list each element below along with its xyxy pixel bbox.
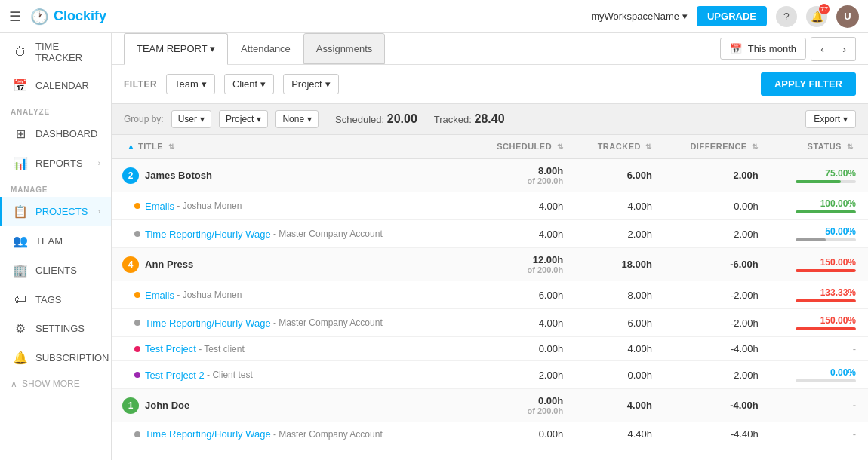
sidebar-item-tags[interactable]: 🏷 TAGS — [0, 285, 111, 314]
upgrade-button[interactable]: UPGRADE — [697, 6, 767, 26]
status-bar-fill — [796, 327, 856, 330]
project-name-cell: Emails - Joshua Monen — [112, 281, 466, 309]
export-button[interactable]: Export ▾ — [805, 110, 856, 128]
date-prev-button[interactable]: ‹ — [811, 37, 833, 61]
group-project-dropdown[interactable]: Project ▾ — [219, 110, 268, 128]
team-filter-dropdown[interactable]: Team ▾ — [166, 74, 215, 94]
tab-attendance[interactable]: Attendance — [228, 33, 303, 64]
group-none-dropdown[interactable]: None ▾ — [275, 110, 319, 128]
sidebar-item-reports[interactable]: 📊 REPORTS › — [0, 149, 111, 178]
project-link[interactable]: Test Project 2 — [145, 370, 205, 381]
status-bar — [796, 269, 856, 272]
scheduled-sub: of 200.0h — [474, 406, 563, 416]
sidebar-item-projects[interactable]: 📋 PROJECTS › — [0, 197, 111, 226]
date-selector[interactable]: 📅 This month — [720, 38, 806, 60]
difference-cell: -4.00h — [660, 337, 766, 361]
project-link[interactable]: Emails — [145, 290, 174, 301]
project-filter-dropdown[interactable]: Project ▾ — [283, 74, 338, 94]
tab-label: Attendance — [241, 43, 291, 54]
user-number: 2 — [122, 167, 139, 184]
scheduled-label: Scheduled: — [335, 114, 387, 125]
avatar[interactable]: U — [836, 5, 859, 28]
status-bar — [796, 379, 856, 382]
user-name: James Botosh — [145, 170, 212, 181]
project-link[interactable]: Time Reporting/Hourly Wage — [145, 317, 271, 329]
client-text: - Joshua Monen — [174, 290, 242, 300]
menu-icon[interactable]: ☰ — [9, 8, 21, 25]
tracked-label: Tracked: — [434, 114, 475, 125]
status-cell: - — [766, 337, 868, 361]
scheduled-cell: 12.00h of 200.0h — [466, 248, 571, 281]
main-content: TEAM REPORT ▾ Attendance Assignments 📅 T… — [112, 33, 868, 460]
difference-cell: -6.00h — [660, 248, 766, 281]
table-row: Test Project - Test client 0.00h 4.00h -… — [112, 337, 868, 361]
scheduled-sub: of 200.0h — [474, 176, 563, 186]
col-title[interactable]: ▲ TITLE ⇅ — [112, 135, 466, 158]
sidebar-item-time-tracker[interactable]: ⏱ TIME TRACKER — [0, 33, 111, 71]
sidebar-item-dashboard[interactable]: ⊞ DASHBOARD — [0, 119, 111, 149]
project-name-cell: Time Reporting/Hourly Wage - Master Comp… — [112, 309, 466, 337]
table-row: Time Reporting/Hourly Wage - Master Comp… — [112, 220, 868, 248]
table-row: Emails - Joshua Monen 4.00h 4.00h 0.00h … — [112, 192, 868, 220]
scheduled-main: 12.00h — [474, 254, 563, 265]
sidebar-item-calendar[interactable]: 📅 CALENDAR — [0, 71, 111, 100]
sidebar-item-label: REPORTS — [35, 158, 83, 169]
client-filter-arrow-icon: ▾ — [260, 78, 266, 90]
client-filter-dropdown[interactable]: Client ▾ — [224, 74, 274, 94]
project-link[interactable]: Time Reporting/Hourly Wage — [145, 228, 271, 240]
group-project-arrow-icon: ▾ — [257, 114, 261, 124]
sched-sort-icon: ⇅ — [557, 143, 564, 151]
sidebar-item-settings[interactable]: ⚙ SETTINGS — [0, 314, 111, 343]
apply-filter-button[interactable]: APPLY FILTER — [761, 72, 856, 96]
status-cell: 50.00% — [766, 220, 868, 248]
tab-assignments[interactable]: Assignments — [303, 33, 385, 64]
project-dot — [134, 231, 140, 237]
sidebar-item-subscription[interactable]: 🔔 SUBSCRIPTION — [0, 343, 111, 373]
topbar-right: myWorkspaceName ▾ UPGRADE ? 🔔 77 U — [591, 5, 859, 28]
dashboard-icon: ⊞ — [13, 127, 28, 141]
tracked-cell: 2.00h — [571, 220, 660, 248]
project-link[interactable]: Time Reporting/Hourly Wage — [145, 428, 271, 440]
difference-cell: 2.00h — [660, 220, 766, 248]
project-dot — [134, 431, 140, 437]
project-name-cell: Time Reporting/Hourly Wage - Master Comp… — [112, 220, 466, 248]
group-user-dropdown[interactable]: User ▾ — [171, 110, 211, 128]
scheduled-cell: 4.00h — [466, 309, 571, 337]
date-label: This month — [748, 43, 796, 54]
project-link[interactable]: Emails — [145, 201, 174, 212]
project-link[interactable]: Test Project — [145, 343, 196, 354]
settings-icon: ⚙ — [13, 321, 28, 336]
logo: 🕐 Clockify — [30, 8, 106, 26]
reports-left: 📊 REPORTS — [13, 156, 83, 170]
col-difference[interactable]: DIFFERENCE ⇅ — [660, 135, 766, 158]
status-percent: 150.00% — [820, 315, 856, 326]
show-more[interactable]: ∧ SHOW MORE — [0, 373, 111, 395]
show-more-chevron-icon: ∧ — [11, 379, 17, 389]
logo-text: Clockify — [54, 8, 106, 24]
user-name-cell: 2 James Botosh — [112, 158, 466, 192]
status-dash: - — [853, 343, 856, 354]
status-bar-fill — [796, 269, 856, 272]
help-button[interactable]: ? — [776, 6, 797, 27]
status-bar-fill — [796, 180, 841, 183]
status-dash: - — [853, 428, 856, 440]
team-icon: 👥 — [13, 234, 28, 248]
col-status[interactable]: STATUS ⇅ — [766, 135, 868, 158]
sidebar-item-team[interactable]: 👥 TEAM — [0, 226, 111, 256]
col-scheduled[interactable]: SCHEDULED ⇅ — [466, 135, 571, 158]
status-cell: - — [766, 389, 868, 422]
time-tracker-icon: ⏱ — [13, 45, 28, 59]
col-tracked[interactable]: TRACKED ⇅ — [571, 135, 660, 158]
projects-icon: 📋 — [13, 204, 28, 219]
tab-team-report[interactable]: TEAM REPORT ▾ — [124, 33, 228, 65]
notifications-button[interactable]: 🔔 77 — [806, 6, 827, 27]
project-dot — [134, 320, 140, 326]
show-more-label: SHOW MORE — [22, 379, 80, 389]
workspace-selector[interactable]: myWorkspaceName ▾ — [591, 11, 688, 22]
sidebar-item-clients[interactable]: 🏢 CLIENTS — [0, 256, 111, 285]
date-next-button[interactable]: › — [833, 37, 856, 61]
status-bar-wrap: 100.00% — [774, 198, 856, 213]
projects-arrow-icon: › — [98, 207, 100, 216]
scheduled-cell: 0.00h of 200.0h — [466, 389, 571, 422]
notification-badge: 77 — [819, 4, 830, 14]
